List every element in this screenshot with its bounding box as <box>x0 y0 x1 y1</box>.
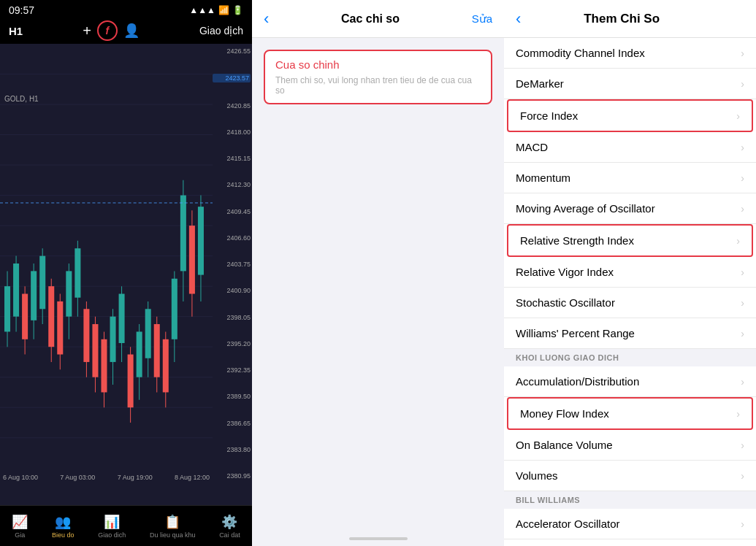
list-item-obv[interactable]: On Balance Volume › <box>504 430 756 461</box>
svg-rect-30 <box>75 248 80 297</box>
nav-dulieu[interactable]: 📋 Du lieu qua khu <box>150 514 196 539</box>
list-item-accum[interactable]: Accumulation/Distribution › <box>504 366 756 397</box>
chevron-icon: › <box>741 376 744 388</box>
chevron-icon: › <box>741 439 744 451</box>
price-2406: 2406.60 <box>213 234 251 242</box>
clock: 09:57 <box>9 4 34 16</box>
panel3-header: ‹ Them Chi So <box>504 0 756 38</box>
panel2-edit-button[interactable]: Sửa <box>472 12 492 26</box>
dulieu-icon: 📋 <box>164 514 180 530</box>
status-bar: 09:57 ▲▲▲ 📶 🔋 <box>0 0 252 18</box>
list-item-accelerator[interactable]: Accelerator Oscillator › <box>504 509 756 539</box>
svg-rect-28 <box>66 271 72 316</box>
svg-rect-14 <box>4 286 10 331</box>
window-section: Cua so chinh Them chi so, vui long nhan … <box>264 50 492 104</box>
price-2409: 2409.45 <box>213 208 251 215</box>
chevron-icon: › <box>736 110 740 122</box>
panel3-back-button[interactable]: ‹ <box>516 9 521 28</box>
svg-rect-50 <box>163 339 169 393</box>
price-2423: 2423.57 <box>213 74 251 82</box>
window-hint: Them chi so, vui long nhan tren tieu de … <box>275 75 481 96</box>
svg-rect-58 <box>198 207 204 274</box>
chevron-icon: › <box>741 203 744 215</box>
time-3: 7 Aug 19:00 <box>118 474 153 481</box>
item-label: Williams' Percent Range <box>516 327 635 339</box>
list-item-volumes[interactable]: Volumes › <box>504 461 756 491</box>
svg-rect-26 <box>57 301 63 355</box>
item-label: Relative Strength Index <box>520 234 634 247</box>
list-item-mao[interactable]: Moving Average of Oscillator › <box>504 193 756 224</box>
chart-panel: 09:57 ▲▲▲ 📶 🔋 H1 + f 👤 Giao dịch GOLD, H… <box>0 0 252 546</box>
chevron-icon: › <box>741 266 744 278</box>
nav-bieudo[interactable]: 👥 Bieu do <box>52 514 75 539</box>
nav-dulieu-label: Du lieu qua khu <box>150 531 196 539</box>
list-item-rvi[interactable]: Relative Vigor Index › <box>504 257 756 288</box>
panel2-back-button[interactable]: ‹ <box>264 9 269 28</box>
time-4: 8 Aug 12:00 <box>175 474 210 481</box>
item-label: Force Index <box>520 109 578 122</box>
svg-rect-46 <box>145 309 151 358</box>
item-label: Volumes <box>516 469 558 482</box>
nav-giaodich[interactable]: 📊 Giao dich <box>98 514 126 539</box>
price-2412: 2412.30 <box>213 181 251 188</box>
trade-button[interactable]: Giao dịch <box>199 25 243 36</box>
price-2395: 2395.20 <box>213 340 251 347</box>
timeframe-label[interactable]: H1 <box>9 25 23 37</box>
list-item-macd[interactable]: MACD › <box>504 132 756 163</box>
nav-bieudo-label: Bieu do <box>52 531 75 539</box>
panel3-title: Them Chi So <box>584 12 660 26</box>
list-item-alligator[interactable]: Alligator › <box>504 539 756 546</box>
list-item-demarker[interactable]: DeMarker › <box>504 69 756 99</box>
svg-rect-42 <box>128 355 134 408</box>
nav-caidat[interactable]: ⚙️ Cai dat <box>219 514 240 539</box>
list-item-stochastic[interactable]: Stochastic Oscillator › <box>504 288 756 318</box>
list-item-force[interactable]: Force Index › <box>507 99 753 132</box>
gia-icon: 📈 <box>12 514 28 530</box>
section-volume: KHOI LUONG GIAO DICH <box>504 349 756 366</box>
item-label: Relative Vigor Index <box>516 266 614 278</box>
svg-rect-34 <box>92 324 98 377</box>
item-label: DeMarker <box>516 77 564 90</box>
window-section-title: Cua so chinh <box>275 58 481 71</box>
price-2389: 2389.50 <box>213 393 251 400</box>
list-item-mfi[interactable]: Money Flow Index › <box>507 397 753 430</box>
add-indicator-panel: ‹ Them Chi So Commodity Channel Index › … <box>504 0 756 546</box>
svg-rect-22 <box>39 256 45 309</box>
toolbar-icons: + f 👤 <box>83 20 140 41</box>
item-label: On Balance Volume <box>516 439 613 451</box>
svg-rect-52 <box>172 279 177 339</box>
list-item-commodity[interactable]: Commodity Channel Index › <box>504 38 756 69</box>
item-label: Money Flow Index <box>520 407 609 420</box>
giaodich-icon: 📊 <box>104 514 120 530</box>
item-label: Accumulation/Distribution <box>516 375 639 388</box>
price-2392: 2392.35 <box>213 366 251 374</box>
add-icon[interactable]: + <box>83 23 91 39</box>
price-2380: 2380.95 <box>213 472 251 480</box>
list-item-rsi[interactable]: Relative Strength Index › <box>507 224 753 257</box>
bieudo-icon: 👥 <box>55 514 71 530</box>
nav-gia-label: Gia <box>15 531 25 539</box>
price-2386: 2386.65 <box>213 420 251 427</box>
item-label: Commodity Channel Index <box>516 47 645 59</box>
nav-gia[interactable]: 📈 Gia <box>12 514 28 539</box>
time-axis: 6 Aug 10:00 7 Aug 03:00 7 Aug 19:00 8 Au… <box>0 470 213 485</box>
panel2-title: Cac chi so <box>341 12 400 26</box>
scroll-indicator <box>349 537 408 540</box>
list-item-williams[interactable]: Williams' Percent Range › <box>504 318 756 349</box>
svg-rect-48 <box>154 324 160 377</box>
price-2420: 2420.85 <box>213 102 251 109</box>
price-2415: 2415.15 <box>213 155 251 162</box>
section-bill: BILL WILLIAMS <box>504 491 756 509</box>
caidat-icon: ⚙️ <box>221 514 237 530</box>
chevron-icon: › <box>741 297 744 309</box>
panel2-header: ‹ Cac chi so Sửa <box>252 0 504 38</box>
f-icon[interactable]: f <box>97 20 118 41</box>
person-icon[interactable]: 👤 <box>123 23 140 39</box>
signal-icon: ▲▲▲ <box>189 5 215 15</box>
candlestick-chart <box>0 44 213 483</box>
chevron-icon: › <box>741 78 744 90</box>
price-2383: 2383.80 <box>213 446 251 453</box>
list-item-momentum[interactable]: Momentum › <box>504 163 756 193</box>
time-1: 6 Aug 10:00 <box>3 474 38 481</box>
chart-area[interactable]: GOLD, H1 <box>0 44 252 505</box>
